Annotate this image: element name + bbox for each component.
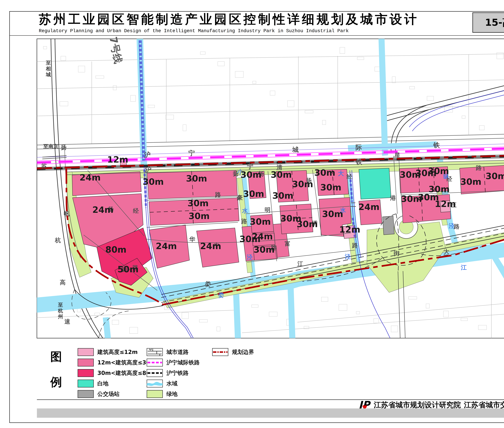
road-name-char: 港	[390, 194, 396, 201]
map-edge-label: 至	[58, 302, 63, 308]
legend-swatch-boundary	[212, 348, 228, 356]
railway-name-char: 沪	[144, 151, 151, 158]
height-limit-label: 80m	[105, 245, 126, 255]
legend-label: 绿地	[166, 390, 178, 398]
legend-label: 公交场站	[97, 390, 120, 398]
legend-label: 城市道路	[166, 348, 189, 356]
org-name-1: 江苏省城市规划设计研究院	[374, 400, 461, 410]
height-limit-label: 24m	[252, 231, 273, 241]
legend-swatch-crail	[147, 359, 163, 366]
height-limit-label: 30m	[187, 198, 209, 208]
height-limit-label: 30m	[253, 245, 275, 255]
svg-shape	[78, 379, 94, 387]
legend-swatch-water	[147, 379, 163, 387]
map-canvas: 沪宁城际铁沪宁铁路 扬帆苏杭高速经路扬扬路华中清扬豪路扬明路扬绣富经二路星港街经…	[0, 0, 504, 428]
railway-name-char: 宁	[188, 149, 195, 157]
road-name-char: 江	[297, 260, 303, 267]
height-limit-label: 30m	[250, 217, 271, 227]
road-name-char: 扬	[61, 144, 67, 151]
road-name-char: 街	[393, 250, 399, 257]
road-name-char: 明	[265, 206, 270, 214]
legend-item: 水域	[147, 379, 178, 388]
map-edge-label: 至	[46, 60, 51, 66]
legend-item: 规划边界	[212, 348, 254, 356]
footer-gray-bar	[37, 408, 504, 418]
bus-station-block	[382, 216, 394, 235]
road-name-char: 帆	[64, 210, 70, 217]
height-limit-label: 30m	[314, 168, 335, 178]
svg-shape	[147, 379, 163, 387]
legend-item: 绿地	[147, 390, 178, 398]
railway-name-char: 际	[356, 144, 362, 151]
road-name-char: 路	[352, 242, 358, 249]
rect-shape	[78, 380, 94, 387]
height-limit-label: 24m	[156, 241, 177, 251]
legend-label: 沪宁铁路	[166, 369, 189, 377]
legend-label: 规划边界	[232, 348, 254, 356]
waterway-name-char: 大	[338, 170, 344, 177]
legend-swatch-baidi	[78, 379, 94, 387]
height-limit-label: 30m	[188, 211, 210, 221]
railway-name-char: 沪	[145, 166, 152, 173]
height-limit-label: 30m	[322, 209, 343, 219]
height-limit-label: 30m	[292, 179, 313, 189]
road-name-char: 富	[285, 240, 291, 247]
road-name-char: 速	[65, 318, 70, 325]
map-edge-label: 至南京	[43, 143, 58, 149]
height-limit-label: 24m	[92, 205, 114, 215]
road-name-char: 华	[189, 236, 195, 243]
height-limit-label: 12m	[339, 224, 360, 235]
legend-item: 沪宁城际铁路	[147, 358, 200, 367]
railway-name-char: 宁	[247, 163, 253, 170]
legend-item: 沪宁铁路	[147, 369, 189, 377]
height-limit-label: 24m	[80, 173, 101, 182]
road-name-char: 经	[133, 207, 139, 214]
height-limit-label: 30m	[320, 182, 341, 192]
height-limit-label: 12m	[435, 199, 456, 209]
map-edge-label: 州	[58, 314, 63, 320]
main-title: 苏州工业园区智能制造产业园区控制性详细规划及城市设计	[39, 13, 472, 25]
height-limit-label: 24m	[358, 202, 379, 212]
legend-title-char: 例	[49, 374, 63, 390]
svg-shape	[212, 348, 228, 356]
height-limit-label: 30m	[297, 219, 318, 229]
legend-item: 12m<建筑高度≤30m	[78, 358, 156, 367]
height-limit-label: 24m	[200, 241, 221, 251]
rect-shape	[78, 348, 94, 356]
road-name-char: 路	[476, 165, 482, 171]
height-limit-label: 30m	[272, 191, 293, 201]
svg-shape	[78, 369, 94, 377]
main-title-english: Regulatory Planning and Urban Design of …	[39, 28, 472, 33]
legend-swatch-h80	[78, 369, 94, 377]
svg-shape	[147, 390, 163, 398]
height-limit-label: 50m	[117, 264, 138, 274]
sheet-title-box: 15-高度控制规划图	[472, 12, 504, 33]
legend-swatch-roads	[147, 348, 163, 356]
header: 苏州工业园区智能制造产业园区控制性详细规划及城市设计 Regulatory Pl…	[39, 13, 472, 33]
legend-swatch-h30	[78, 359, 94, 366]
waterway-name-char: 泾	[247, 254, 252, 261]
height-limit-label: 30m	[186, 173, 207, 183]
legend-swatch-h12	[78, 348, 94, 356]
plan-sheet: 沪宁城际铁沪宁铁路 扬帆苏杭高速经路扬扬路华中清扬豪路扬明路扬绣富经二路星港街经…	[0, 0, 504, 428]
org-name-2: 江苏省城市交通规划研究中心	[464, 400, 504, 410]
road-name-char: 大	[444, 248, 449, 255]
rect-shape	[78, 369, 94, 377]
railway-name-char: 城	[292, 146, 299, 153]
height-limit-label: 30m	[428, 166, 449, 176]
legend-item: 建筑高度≤12m	[78, 348, 138, 356]
road-name-char: 星	[394, 152, 400, 159]
baidi-block	[359, 168, 391, 199]
height-limit-label: 30m	[240, 170, 261, 180]
height-limit-label: 30m	[243, 189, 264, 199]
svg-shape	[78, 348, 94, 356]
legend-item: 30m<建筑高度≤80m	[78, 369, 156, 377]
height-limit-label: 30m	[429, 184, 450, 194]
legend-item: 白地	[78, 379, 108, 388]
svg-shape	[78, 390, 94, 398]
railway-name-char: 铁	[433, 141, 440, 149]
waterway-name-char: 水	[242, 207, 248, 214]
road-name-char: 经	[346, 173, 352, 180]
road-name-char: 豪	[237, 194, 243, 201]
height-limit-label: 30m	[271, 170, 292, 180]
